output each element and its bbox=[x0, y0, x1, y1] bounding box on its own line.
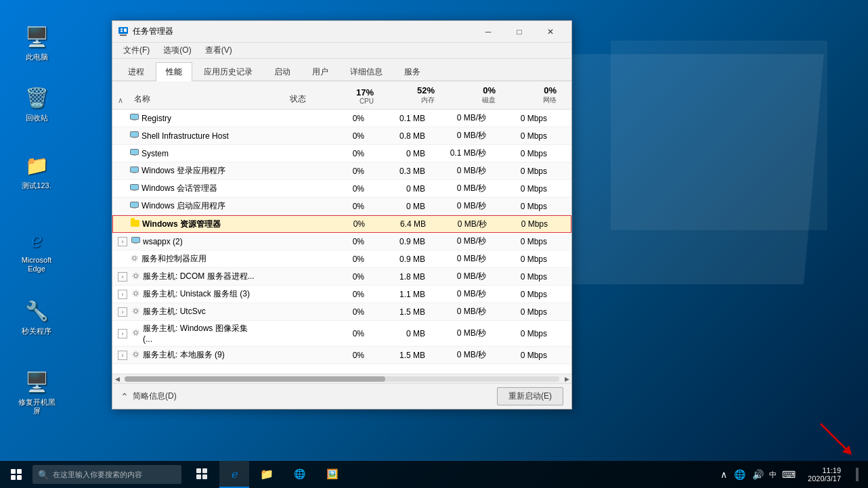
minimize-button[interactable]: ─ bbox=[473, 21, 504, 43]
col-header-status[interactable]: 状态 bbox=[271, 91, 325, 108]
maximize-button[interactable]: □ bbox=[504, 21, 535, 43]
desktop-icon-test[interactable]: 📁 测试123. bbox=[12, 149, 61, 193]
taskbar-network-button[interactable]: 🌐 bbox=[284, 461, 314, 488]
svg-rect-9 bbox=[131, 149, 139, 154]
process-net: 0 Mbps bbox=[492, 217, 553, 231]
taskbar-clock[interactable]: 11:19 2020/3/17 bbox=[802, 466, 846, 483]
tray-keyboard-icon[interactable]: ⌨ bbox=[781, 469, 797, 480]
tab-users[interactable]: 用户 bbox=[302, 62, 339, 81]
table-row[interactable]: 服务和控制器应用 0% 0.9 MB 0 MB/秒 0 Mbps bbox=[112, 250, 571, 268]
expand-button[interactable]: › bbox=[118, 290, 127, 299]
process-cpu: 0% bbox=[316, 147, 370, 160]
col-header-disk[interactable]: 0% 磁盘 bbox=[440, 83, 501, 108]
clock-date: 2020/3/17 bbox=[808, 474, 841, 483]
col-header-name[interactable]: 名称 bbox=[129, 91, 271, 108]
process-name-text: Registry bbox=[142, 114, 171, 123]
restart-button[interactable]: 重新启动(E) bbox=[497, 387, 563, 405]
table-row[interactable]: › 服务主机: Unistack 服务组 (3) 0% 1.1 MB 0 MB/… bbox=[112, 286, 571, 303]
process-icon bbox=[130, 202, 139, 211]
table-row[interactable]: Registry 0% 0.1 MB 0 MB/秒 0 Mbps bbox=[112, 110, 571, 127]
desktop-icon-recycle[interactable]: 🗑️ 回收站 bbox=[12, 81, 61, 125]
process-icon bbox=[131, 350, 140, 361]
table-row[interactable]: Windows 资源管理器 0% 6.4 MB 0 MB/秒 0 Mbps bbox=[112, 215, 571, 233]
svg-rect-11 bbox=[131, 167, 139, 172]
close-button[interactable]: ✕ bbox=[535, 21, 566, 43]
table-row[interactable]: › 服务主机: DCOM 服务器进程... 0% 1.8 MB 0 MB/秒 0… bbox=[112, 268, 571, 286]
process-disk: 0 MB/秒 bbox=[431, 234, 492, 249]
process-icon bbox=[131, 237, 140, 246]
expand-button[interactable]: › bbox=[118, 351, 127, 360]
show-desktop-button[interactable] bbox=[846, 461, 868, 488]
svg-point-20 bbox=[131, 255, 137, 261]
tab-services[interactable]: 服务 bbox=[394, 62, 431, 81]
menu-file[interactable]: 文件(F) bbox=[118, 43, 155, 58]
taskbar-search[interactable]: 🔍 在这里输入你要搜索的内容 bbox=[32, 465, 181, 484]
table-row[interactable]: Windows 启动应用程序 0% 0 MB 0 MB/秒 0 Mbps bbox=[112, 198, 571, 215]
tab-performance[interactable]: 性能 bbox=[156, 62, 192, 81]
process-name: Windows 会话管理器 bbox=[112, 181, 261, 196]
expand-button[interactable]: › bbox=[118, 237, 127, 246]
system-tray: ∧ 🌐 🔊 中 ⌨ bbox=[714, 469, 802, 480]
process-name: › 服务主机: DCOM 服务器进程... bbox=[112, 269, 261, 284]
col-header-mem[interactable]: 52% 内存 bbox=[379, 83, 440, 108]
taskbar-edge-button[interactable]: ℯ bbox=[219, 461, 249, 488]
desktop-icon-edge[interactable]: ℯ Microsoft Edge bbox=[12, 223, 61, 276]
hscroll-thumb[interactable] bbox=[125, 376, 385, 382]
col-header-net[interactable]: 0% 网络 bbox=[501, 83, 562, 108]
desktop-icon-this-pc[interactable]: 🖥️ 此电脑 bbox=[12, 20, 61, 64]
process-mem: 1.8 MB bbox=[370, 270, 431, 284]
hscroll-left[interactable]: ◀ bbox=[112, 374, 122, 384]
tab-app-history[interactable]: 应用历史记录 bbox=[194, 62, 263, 81]
process-status bbox=[261, 134, 316, 138]
menu-view[interactable]: 查看(V) bbox=[200, 43, 238, 58]
desktop-icon-fix-screen[interactable]: 🖥️ 修复开机黑屏 bbox=[12, 365, 61, 418]
tray-arrow-icon[interactable]: ∧ bbox=[719, 469, 729, 480]
process-net: 0 Mbps bbox=[492, 270, 552, 284]
menu-options[interactable]: 选项(O) bbox=[158, 43, 196, 58]
summary-label: 简略信息(D) bbox=[133, 391, 177, 402]
taskbar-explorer-button[interactable]: 📁 bbox=[252, 461, 282, 488]
clock-time: 11:19 bbox=[822, 466, 841, 474]
tab-startup[interactable]: 启动 bbox=[264, 62, 301, 81]
task-manager-window: 任务管理器 ─ □ ✕ 文件(F) 选项(O) 查看(V) 进程 性能 应用历史… bbox=[112, 20, 572, 409]
expand-button[interactable]: › bbox=[118, 272, 127, 282]
table-row[interactable]: › wsappx (2) 0% 0.9 MB 0 MB/秒 0 Mbps bbox=[112, 233, 571, 250]
process-icon bbox=[131, 328, 140, 339]
table-row[interactable]: › 服务主机: Windows 图像采集(... 0% 0 MB 0 MB/秒 … bbox=[112, 321, 571, 347]
svg-rect-8 bbox=[133, 137, 136, 138]
process-net: 0 Mbps bbox=[492, 288, 552, 301]
process-gear-icon bbox=[131, 271, 140, 280]
tab-details[interactable]: 详细信息 bbox=[340, 62, 393, 81]
table-row[interactable]: Shell Infrastructure Host 0% 0.8 MB 0 MB… bbox=[112, 127, 571, 145]
table-row[interactable]: Windows 登录应用程序 0% 0.3 MB 0 MB/秒 0 Mbps bbox=[112, 162, 571, 180]
start-button[interactable] bbox=[0, 461, 32, 488]
process-disk: 0 MB/秒 bbox=[431, 304, 492, 319]
svg-point-26 bbox=[133, 308, 139, 314]
table-row[interactable]: System 0% 0 MB 0.1 MB/秒 0 Mbps bbox=[112, 145, 571, 162]
taskbar-app-button[interactable]: 🖼️ bbox=[317, 461, 347, 488]
table-row[interactable]: › 服务主机: 本地服务 (9) 0% 1.5 MB 0 MB/秒 0 Mbps bbox=[112, 347, 571, 364]
tray-volume-icon[interactable]: 🔊 bbox=[751, 469, 765, 480]
col-header-cpu[interactable]: 17% CPU bbox=[325, 85, 379, 108]
taskview-button[interactable] bbox=[187, 461, 217, 488]
window-titlebar: 任务管理器 ─ □ ✕ bbox=[112, 21, 571, 43]
desktop-icon-close-win[interactable]: 🔧 秒关程序 bbox=[12, 294, 61, 338]
table-row[interactable]: › 服务主机: UtcSvc 0% 1.5 MB 0 MB/秒 0 Mbps bbox=[112, 303, 571, 321]
expand-button[interactable]: › bbox=[118, 329, 127, 338]
tray-network-icon[interactable]: 🌐 bbox=[733, 469, 747, 480]
process-name-text: 服务主机: UtcSvc bbox=[143, 306, 206, 317]
svg-point-19 bbox=[133, 257, 136, 260]
sort-icon[interactable]: ∧ bbox=[112, 93, 129, 108]
horizontal-scrollbar[interactable]: ◀ ▶ bbox=[112, 374, 571, 383]
tab-process[interactable]: 进程 bbox=[118, 62, 154, 81]
table-row[interactable]: Windows 会话管理器 0% 0 MB 0 MB/秒 0 Mbps bbox=[112, 180, 571, 198]
hscroll-track[interactable] bbox=[125, 376, 559, 382]
expand-button[interactable]: › bbox=[118, 307, 127, 317]
svg-line-31 bbox=[821, 424, 846, 449]
process-status bbox=[261, 116, 316, 120]
process-icon bbox=[130, 254, 139, 265]
hscroll-right[interactable]: ▶ bbox=[562, 374, 571, 384]
summary-toggle[interactable]: ⌃ 简略信息(D) bbox=[121, 391, 177, 402]
process-net: 0 Mbps bbox=[492, 182, 552, 196]
svg-point-30 bbox=[133, 351, 139, 357]
